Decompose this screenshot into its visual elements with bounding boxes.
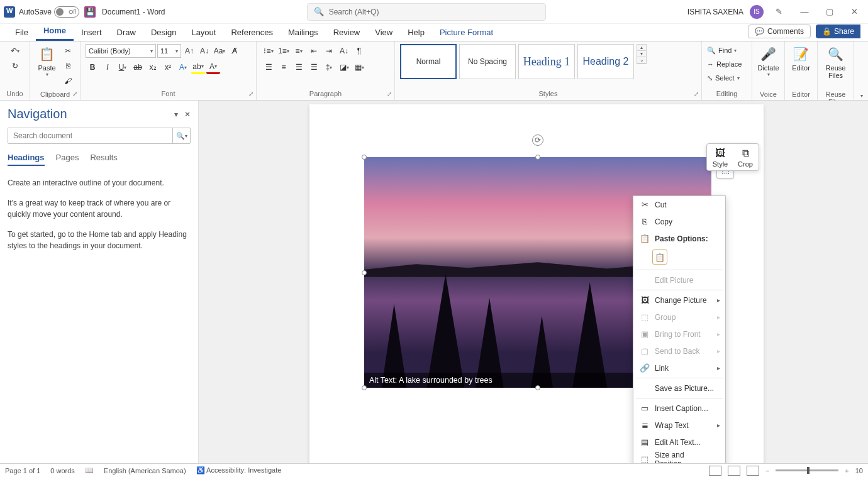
ribbon-collapse-icon[interactable]: ▾ <box>860 93 863 99</box>
dictate-button[interactable]: 🎤Dictate▾ <box>757 44 779 89</box>
pic-style-button[interactable]: 🖼 Style <box>709 146 731 168</box>
borders-button[interactable]: ▦▾ <box>352 60 366 74</box>
bullets-button[interactable]: ⁝≡▾ <box>262 44 275 58</box>
ctx-cut[interactable]: ✂Cut <box>633 196 725 213</box>
clear-format-button[interactable]: A̸ <box>228 44 242 58</box>
share-button[interactable]: 🔒 Share <box>816 25 860 38</box>
ribbon-display-icon[interactable]: ✎ <box>770 7 789 16</box>
tab-home[interactable]: Home <box>36 23 74 41</box>
ctx-save-as-picture[interactable]: Save as Picture... <box>633 380 725 397</box>
style-heading2[interactable]: Heading 2 <box>577 44 634 79</box>
resize-handle-w[interactable] <box>362 270 367 275</box>
resize-handle-sw[interactable] <box>362 385 367 390</box>
style-heading1[interactable]: Heading 1 <box>518 44 575 79</box>
italic-button[interactable]: I <box>101 60 114 74</box>
resize-handle-n[interactable] <box>535 155 540 160</box>
status-spell-icon[interactable]: 📖 <box>85 466 94 474</box>
indent-decrease-button[interactable]: ⇤ <box>307 44 321 58</box>
indent-increase-button[interactable]: ⇥ <box>322 44 336 58</box>
ctx-wrap-text[interactable]: ≣Wrap Text▸ <box>633 417 725 434</box>
font-launcher-icon[interactable]: ⤢ <box>248 90 253 97</box>
cut-button[interactable]: ✂ <box>61 44 75 58</box>
select-button[interactable]: ⤡Select▾ <box>707 72 740 84</box>
document-canvas[interactable]: ⟳ Alt Text: A lake surrounded by trees <box>199 101 868 463</box>
autosave-toggle[interactable]: Off <box>54 6 79 18</box>
nav-tab-results[interactable]: Results <box>90 153 117 166</box>
style-normal[interactable]: Normal <box>400 44 457 79</box>
nav-dropdown-icon[interactable]: ▾ <box>174 110 178 119</box>
bold-button[interactable]: B <box>86 60 99 74</box>
font-name-select[interactable]: Calibri (Body)▾ <box>86 44 156 58</box>
text-effects-button[interactable]: A▾ <box>176 60 190 74</box>
shading-button[interactable]: ◪▾ <box>337 60 351 74</box>
editor-button[interactable]: 📝Editor <box>790 44 812 89</box>
redo-button[interactable]: ↻ <box>8 59 22 73</box>
highlight-button[interactable]: ab▾ <box>191 60 205 74</box>
replace-button[interactable]: ↔Replace <box>707 58 742 70</box>
align-center-button[interactable]: ≡ <box>277 60 291 74</box>
zoom-out-button[interactable]: − <box>765 467 769 474</box>
ctx-change-picture[interactable]: 🖼Change Picture▸ <box>633 292 725 309</box>
font-color-button[interactable]: A▾ <box>206 60 220 74</box>
sort-button[interactable]: A↓ <box>337 44 351 58</box>
zoom-slider[interactable] <box>776 469 838 471</box>
nav-tab-headings[interactable]: Headings <box>8 153 45 166</box>
style-no-spacing[interactable]: No Spacing <box>459 44 516 79</box>
superscript-button[interactable]: x² <box>161 60 175 74</box>
tab-review[interactable]: Review <box>326 25 368 41</box>
paste-button[interactable]: 📋 Paste ▾ <box>35 44 58 89</box>
grow-font-button[interactable]: A↑ <box>182 44 196 58</box>
show-marks-button[interactable]: ¶ <box>352 44 366 58</box>
shrink-font-button[interactable]: A↓ <box>198 44 211 58</box>
underline-button[interactable]: U▾ <box>116 60 130 74</box>
tab-references[interactable]: References <box>223 25 280 41</box>
view-print-button[interactable] <box>728 466 740 476</box>
status-accessibility[interactable]: ♿ Accessibility: Investigate <box>196 466 282 474</box>
align-left-button[interactable]: ☰ <box>262 60 275 74</box>
close-icon[interactable]: ✕ <box>845 7 864 16</box>
nav-tab-pages[interactable]: Pages <box>56 153 79 166</box>
nav-close-icon[interactable]: ✕ <box>184 110 191 119</box>
change-case-button[interactable]: Aa▾ <box>213 44 226 58</box>
nav-search-button[interactable]: 🔍▾ <box>172 128 190 143</box>
numbering-button[interactable]: 1≡▾ <box>277 44 291 58</box>
tab-layout[interactable]: Layout <box>184 25 223 41</box>
strike-button[interactable]: ab <box>131 60 145 74</box>
user-avatar[interactable]: IS <box>750 5 764 19</box>
status-words[interactable]: 0 words <box>50 467 75 474</box>
reuse-files-button[interactable]: 🔍Reuse Files <box>823 44 849 89</box>
status-page[interactable]: Page 1 of 1 <box>5 467 40 474</box>
find-button[interactable]: 🔍Find▾ <box>707 44 737 57</box>
nav-search[interactable]: 🔍▾ <box>8 128 191 144</box>
format-painter-button[interactable]: 🖌 <box>61 74 75 88</box>
zoom-in-button[interactable]: + <box>845 467 849 474</box>
ctx-copy[interactable]: ⎘Copy <box>633 213 725 230</box>
save-icon[interactable]: 💾 <box>84 6 96 18</box>
view-focus-button[interactable] <box>709 466 721 476</box>
tab-help[interactable]: Help <box>400 25 432 41</box>
styles-launcher-icon[interactable]: ⤢ <box>694 90 699 97</box>
comments-button[interactable]: 💬 Comments <box>748 25 811 38</box>
tell-me-search[interactable]: 🔍 Search (Alt+Q) <box>307 3 546 21</box>
copy-button[interactable]: ⎘ <box>61 59 75 73</box>
status-language[interactable]: English (American Samoa) <box>104 467 186 474</box>
resize-handle-s[interactable] <box>535 385 540 390</box>
tab-mailings[interactable]: Mailings <box>281 25 326 41</box>
rotate-handle[interactable]: ⟳ <box>532 134 543 146</box>
tab-insert[interactable]: Insert <box>74 25 109 41</box>
maximize-icon[interactable]: ▢ <box>820 7 839 16</box>
styles-scroll[interactable]: ▴▾⌄ <box>637 44 647 64</box>
tab-file[interactable]: File <box>8 25 36 41</box>
zoom-level[interactable]: 10 <box>855 467 863 474</box>
multilevel-button[interactable]: ≡▾ <box>292 44 306 58</box>
view-web-button[interactable] <box>747 466 759 476</box>
paste-option-keep-source[interactable]: 📋 <box>652 249 667 265</box>
tab-design[interactable]: Design <box>143 25 184 41</box>
font-size-select[interactable]: 11▾ <box>157 44 181 58</box>
resize-handle-nw[interactable] <box>362 155 367 160</box>
subscript-button[interactable]: x₂ <box>146 60 160 74</box>
align-right-button[interactable]: ☰ <box>292 60 306 74</box>
tab-picture-format[interactable]: Picture Format <box>432 25 501 41</box>
line-spacing-button[interactable]: ‡▾ <box>322 60 336 74</box>
nav-search-input[interactable] <box>8 128 172 143</box>
